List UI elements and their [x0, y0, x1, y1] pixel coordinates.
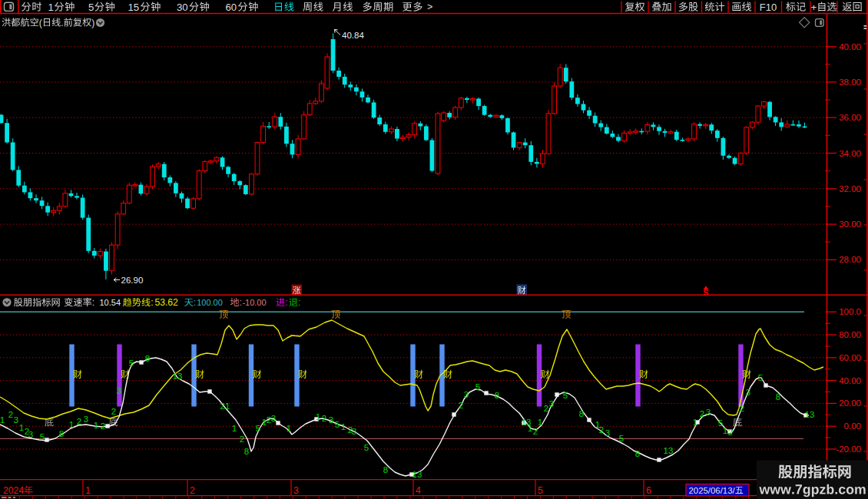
svg-text:40.84: 40.84	[342, 31, 364, 40]
svg-text:38.00: 38.00	[839, 78, 861, 87]
svg-text:28.00: 28.00	[839, 255, 861, 264]
svg-text:1: 1	[528, 424, 532, 433]
svg-text:40.00: 40.00	[839, 42, 861, 51]
svg-text:8: 8	[635, 449, 640, 458]
svg-text:30.00: 30.00	[839, 220, 861, 229]
svg-text:1: 1	[48, 2, 54, 13]
svg-text:8: 8	[145, 354, 150, 363]
svg-text:1: 1	[0, 415, 5, 425]
svg-text:3: 3	[293, 485, 299, 496]
svg-text:5: 5	[475, 382, 480, 392]
svg-text:80.00: 80.00	[839, 330, 861, 339]
svg-text:3: 3	[14, 415, 18, 425]
svg-text:1: 1	[19, 423, 24, 432]
svg-text:+: +	[810, 2, 817, 13]
svg-text:5: 5	[335, 420, 340, 429]
svg-text:8: 8	[776, 392, 780, 402]
svg-text:2: 2	[322, 414, 326, 423]
svg-text:8: 8	[383, 465, 388, 474]
svg-text:5: 5	[758, 373, 763, 382]
svg-text::: :	[194, 297, 196, 308]
svg-text:15: 15	[128, 2, 140, 13]
svg-text:100.00: 100.00	[197, 298, 223, 307]
svg-text::: :	[285, 297, 287, 308]
svg-text:32.00: 32.00	[839, 184, 861, 193]
svg-text:3: 3	[605, 428, 610, 438]
svg-text:2: 2	[740, 404, 744, 413]
svg-text:1: 1	[341, 422, 346, 431]
svg-text:1: 1	[693, 418, 697, 427]
svg-text:1: 1	[232, 424, 237, 433]
svg-text:4: 4	[416, 485, 421, 496]
svg-text:3: 3	[464, 390, 469, 399]
svg-text:.: .	[61, 18, 63, 28]
svg-text:3: 3	[117, 386, 121, 395]
svg-text:2: 2	[190, 485, 195, 496]
svg-text::: :	[151, 297, 153, 308]
svg-text:5: 5	[256, 424, 260, 433]
svg-text:13: 13	[412, 470, 422, 479]
svg-text:36.00: 36.00	[839, 113, 861, 122]
svg-text:2025/06/13/: 2025/06/13/	[689, 486, 736, 495]
svg-text:>: >	[427, 2, 432, 12]
svg-text:8: 8	[244, 447, 249, 456]
svg-text:2: 2	[728, 428, 733, 437]
svg-text:13: 13	[805, 410, 815, 419]
svg-text:60: 60	[226, 2, 237, 13]
svg-text:13: 13	[173, 372, 183, 381]
svg-text:2: 2	[8, 410, 13, 419]
svg-text:5: 5	[563, 391, 568, 400]
svg-text:5: 5	[40, 432, 45, 441]
svg-text:(: (	[39, 18, 42, 28]
svg-text:5: 5	[88, 2, 94, 13]
svg-text:60.00: 60.00	[839, 353, 861, 362]
svg-text:5: 5	[129, 359, 134, 368]
svg-text:30: 30	[177, 2, 188, 13]
svg-text:-20.00: -20.00	[836, 444, 861, 454]
svg-text:): )	[91, 18, 94, 28]
svg-text:-10.00: -10.00	[242, 298, 266, 307]
svg-text:21: 21	[220, 402, 230, 411]
svg-text:3: 3	[28, 430, 33, 439]
svg-text::: :	[298, 297, 300, 308]
svg-text:3: 3	[84, 415, 88, 424]
svg-text:8: 8	[579, 409, 584, 418]
svg-text:34.00: 34.00	[839, 149, 861, 158]
svg-text:2024: 2024	[3, 485, 24, 496]
svg-text:10.54: 10.54	[100, 298, 121, 307]
svg-text:1: 1	[94, 421, 98, 430]
svg-text:53.62: 53.62	[154, 297, 178, 308]
svg-text:3: 3	[352, 427, 356, 436]
svg-text:1: 1	[723, 426, 727, 435]
svg-text:3: 3	[706, 408, 711, 417]
svg-text:2: 2	[459, 401, 463, 410]
svg-text:1: 1	[69, 420, 74, 429]
svg-text:2: 2	[533, 427, 538, 436]
svg-text:8: 8	[495, 391, 499, 400]
svg-text:2: 2	[101, 421, 105, 431]
svg-text:5: 5	[364, 443, 369, 452]
svg-text:8: 8	[59, 429, 64, 438]
svg-text:40.00: 40.00	[839, 376, 861, 385]
svg-text:5: 5	[538, 485, 543, 496]
svg-text:5: 5	[619, 434, 624, 443]
svg-text:2: 2	[599, 425, 604, 435]
svg-text:3: 3	[271, 414, 276, 423]
svg-text::: :	[92, 297, 94, 308]
svg-text:S: S	[703, 288, 708, 297]
svg-text:0.00: 0.00	[844, 421, 861, 431]
svg-text:20.00: 20.00	[839, 398, 861, 408]
svg-text:100.0: 100.0	[839, 307, 861, 316]
svg-text:2: 2	[111, 407, 116, 416]
svg-text:1: 1	[316, 412, 320, 421]
svg-text:1: 1	[538, 418, 542, 427]
svg-text:2: 2	[77, 417, 81, 426]
svg-text:1: 1	[85, 485, 91, 496]
svg-text:2: 2	[544, 404, 548, 413]
svg-text:3: 3	[549, 399, 554, 408]
svg-text:3: 3	[746, 388, 750, 397]
svg-text:F10: F10	[760, 2, 777, 13]
svg-text:6: 6	[646, 485, 651, 496]
svg-text:2: 2	[240, 435, 244, 444]
svg-text:26.90: 26.90	[121, 276, 144, 285]
